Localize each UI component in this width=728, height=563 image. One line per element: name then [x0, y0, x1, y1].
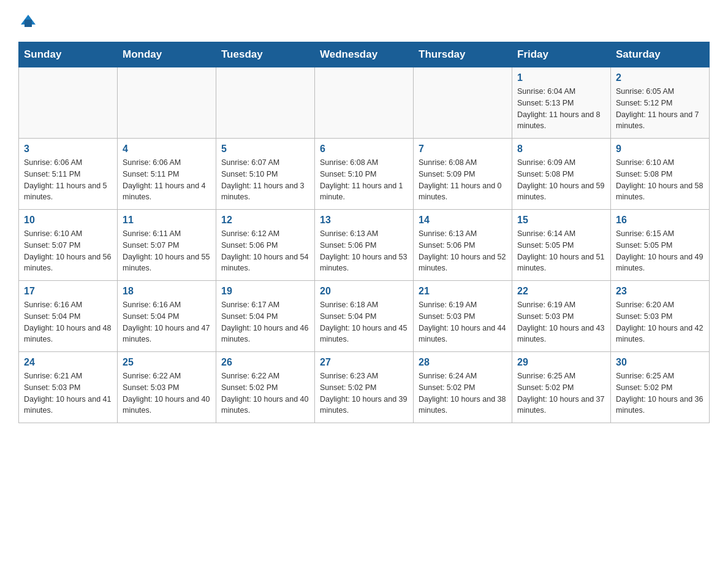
- calendar-cell: 11Sunrise: 6:11 AM Sunset: 5:07 PM Dayli…: [118, 210, 216, 281]
- calendar-cell: 9Sunrise: 6:10 AM Sunset: 5:08 PM Daylig…: [611, 139, 710, 210]
- day-number: 9: [616, 144, 704, 155]
- calendar-header: SundayMondayTuesdayWednesdayThursdayFrid…: [19, 42, 710, 67]
- day-info: Sunrise: 6:16 AM Sunset: 5:04 PM Dayligh…: [123, 299, 211, 345]
- calendar-cell: 20Sunrise: 6:18 AM Sunset: 5:04 PM Dayli…: [315, 281, 414, 352]
- calendar-cell: [414, 67, 512, 139]
- day-info: Sunrise: 6:06 AM Sunset: 5:11 PM Dayligh…: [123, 157, 211, 203]
- weekday-header-sunday: Sunday: [19, 42, 118, 67]
- calendar-cell: 7Sunrise: 6:08 AM Sunset: 5:09 PM Daylig…: [414, 139, 512, 210]
- day-number: 1: [517, 72, 605, 83]
- day-info: Sunrise: 6:11 AM Sunset: 5:07 PM Dayligh…: [123, 228, 211, 274]
- calendar-cell: 12Sunrise: 6:12 AM Sunset: 5:06 PM Dayli…: [216, 210, 315, 281]
- calendar-cell: 28Sunrise: 6:24 AM Sunset: 5:02 PM Dayli…: [414, 352, 512, 423]
- calendar-cell: 21Sunrise: 6:19 AM Sunset: 5:03 PM Dayli…: [414, 281, 512, 352]
- day-info: Sunrise: 6:05 AM Sunset: 5:12 PM Dayligh…: [616, 86, 704, 132]
- calendar-cell: 8Sunrise: 6:09 AM Sunset: 5:08 PM Daylig…: [512, 139, 611, 210]
- calendar-cell: [118, 67, 216, 139]
- day-info: Sunrise: 6:22 AM Sunset: 5:03 PM Dayligh…: [123, 370, 211, 416]
- calendar-cell: 15Sunrise: 6:14 AM Sunset: 5:05 PM Dayli…: [512, 210, 611, 281]
- day-number: 26: [221, 357, 309, 368]
- day-info: Sunrise: 6:24 AM Sunset: 5:02 PM Dayligh…: [419, 370, 507, 416]
- day-number: 4: [123, 144, 211, 155]
- day-number: 16: [616, 215, 704, 226]
- day-info: Sunrise: 6:19 AM Sunset: 5:03 PM Dayligh…: [517, 299, 605, 345]
- calendar-cell: 17Sunrise: 6:16 AM Sunset: 5:04 PM Dayli…: [19, 281, 118, 352]
- calendar-cell: 10Sunrise: 6:10 AM Sunset: 5:07 PM Dayli…: [19, 210, 118, 281]
- page-header: [18, 12, 710, 29]
- day-info: Sunrise: 6:25 AM Sunset: 5:02 PM Dayligh…: [616, 370, 704, 416]
- day-info: Sunrise: 6:04 AM Sunset: 5:13 PM Dayligh…: [517, 86, 605, 132]
- calendar-cell: 18Sunrise: 6:16 AM Sunset: 5:04 PM Dayli…: [118, 281, 216, 352]
- day-info: Sunrise: 6:17 AM Sunset: 5:04 PM Dayligh…: [221, 299, 309, 345]
- weekday-header-thursday: Thursday: [414, 42, 512, 67]
- day-number: 30: [616, 357, 704, 368]
- calendar-cell: 22Sunrise: 6:19 AM Sunset: 5:03 PM Dayli…: [512, 281, 611, 352]
- calendar-cell: 4Sunrise: 6:06 AM Sunset: 5:11 PM Daylig…: [118, 139, 216, 210]
- day-info: Sunrise: 6:20 AM Sunset: 5:03 PM Dayligh…: [616, 299, 704, 345]
- svg-marker-1: [25, 20, 32, 27]
- day-number: 14: [419, 215, 507, 226]
- day-info: Sunrise: 6:19 AM Sunset: 5:03 PM Dayligh…: [419, 299, 507, 345]
- day-info: Sunrise: 6:08 AM Sunset: 5:09 PM Dayligh…: [419, 157, 507, 203]
- weekday-header-saturday: Saturday: [611, 42, 710, 67]
- day-number: 23: [616, 286, 704, 297]
- calendar-body: 1Sunrise: 6:04 AM Sunset: 5:13 PM Daylig…: [19, 67, 710, 423]
- weekday-header-friday: Friday: [512, 42, 611, 67]
- day-info: Sunrise: 6:13 AM Sunset: 5:06 PM Dayligh…: [419, 228, 507, 274]
- calendar-week-row: 10Sunrise: 6:10 AM Sunset: 5:07 PM Dayli…: [19, 210, 710, 281]
- day-info: Sunrise: 6:06 AM Sunset: 5:11 PM Dayligh…: [24, 157, 112, 203]
- day-info: Sunrise: 6:12 AM Sunset: 5:06 PM Dayligh…: [221, 228, 309, 274]
- weekday-header-row: SundayMondayTuesdayWednesdayThursdayFrid…: [19, 42, 710, 67]
- weekday-header-wednesday: Wednesday: [315, 42, 414, 67]
- calendar-cell: 27Sunrise: 6:23 AM Sunset: 5:02 PM Dayli…: [315, 352, 414, 423]
- day-number: 3: [24, 144, 112, 155]
- day-info: Sunrise: 6:08 AM Sunset: 5:10 PM Dayligh…: [320, 157, 408, 203]
- day-number: 22: [517, 286, 605, 297]
- day-info: Sunrise: 6:15 AM Sunset: 5:05 PM Dayligh…: [616, 228, 704, 274]
- day-info: Sunrise: 6:22 AM Sunset: 5:02 PM Dayligh…: [221, 370, 309, 416]
- calendar-cell: 24Sunrise: 6:21 AM Sunset: 5:03 PM Dayli…: [19, 352, 118, 423]
- day-info: Sunrise: 6:07 AM Sunset: 5:10 PM Dayligh…: [221, 157, 309, 203]
- calendar-week-row: 24Sunrise: 6:21 AM Sunset: 5:03 PM Dayli…: [19, 352, 710, 423]
- day-info: Sunrise: 6:25 AM Sunset: 5:02 PM Dayligh…: [517, 370, 605, 416]
- day-number: 15: [517, 215, 605, 226]
- day-number: 5: [221, 144, 309, 155]
- day-number: 7: [419, 144, 507, 155]
- calendar-cell: 23Sunrise: 6:20 AM Sunset: 5:03 PM Dayli…: [611, 281, 710, 352]
- day-number: 8: [517, 144, 605, 155]
- day-info: Sunrise: 6:21 AM Sunset: 5:03 PM Dayligh…: [24, 370, 112, 416]
- calendar-week-row: 17Sunrise: 6:16 AM Sunset: 5:04 PM Dayli…: [19, 281, 710, 352]
- day-number: 24: [24, 357, 112, 368]
- calendar-cell: 1Sunrise: 6:04 AM Sunset: 5:13 PM Daylig…: [512, 67, 611, 139]
- calendar-cell: [19, 67, 118, 139]
- day-info: Sunrise: 6:10 AM Sunset: 5:07 PM Dayligh…: [24, 228, 112, 274]
- calendar-cell: 3Sunrise: 6:06 AM Sunset: 5:11 PM Daylig…: [19, 139, 118, 210]
- calendar-cell: 19Sunrise: 6:17 AM Sunset: 5:04 PM Dayli…: [216, 281, 315, 352]
- calendar-cell: 26Sunrise: 6:22 AM Sunset: 5:02 PM Dayli…: [216, 352, 315, 423]
- calendar-cell: 6Sunrise: 6:08 AM Sunset: 5:10 PM Daylig…: [315, 139, 414, 210]
- calendar-cell: 29Sunrise: 6:25 AM Sunset: 5:02 PM Dayli…: [512, 352, 611, 423]
- calendar-cell: 30Sunrise: 6:25 AM Sunset: 5:02 PM Dayli…: [611, 352, 710, 423]
- day-number: 27: [320, 357, 408, 368]
- day-number: 6: [320, 144, 408, 155]
- logo: [18, 12, 38, 29]
- day-number: 21: [419, 286, 507, 297]
- day-number: 18: [123, 286, 211, 297]
- calendar-cell: 2Sunrise: 6:05 AM Sunset: 5:12 PM Daylig…: [611, 67, 710, 139]
- calendar-cell: 25Sunrise: 6:22 AM Sunset: 5:03 PM Dayli…: [118, 352, 216, 423]
- weekday-header-monday: Monday: [118, 42, 216, 67]
- day-number: 25: [123, 357, 211, 368]
- calendar-cell: [216, 67, 315, 139]
- calendar-table: SundayMondayTuesdayWednesdayThursdayFrid…: [18, 42, 710, 423]
- day-info: Sunrise: 6:13 AM Sunset: 5:06 PM Dayligh…: [320, 228, 408, 274]
- calendar-cell: 13Sunrise: 6:13 AM Sunset: 5:06 PM Dayli…: [315, 210, 414, 281]
- day-number: 29: [517, 357, 605, 368]
- calendar-week-row: 1Sunrise: 6:04 AM Sunset: 5:13 PM Daylig…: [19, 67, 710, 139]
- day-number: 13: [320, 215, 408, 226]
- day-info: Sunrise: 6:09 AM Sunset: 5:08 PM Dayligh…: [517, 157, 605, 203]
- day-number: 28: [419, 357, 507, 368]
- day-number: 12: [221, 215, 309, 226]
- day-number: 11: [123, 215, 211, 226]
- calendar-week-row: 3Sunrise: 6:06 AM Sunset: 5:11 PM Daylig…: [19, 139, 710, 210]
- calendar-cell: 5Sunrise: 6:07 AM Sunset: 5:10 PM Daylig…: [216, 139, 315, 210]
